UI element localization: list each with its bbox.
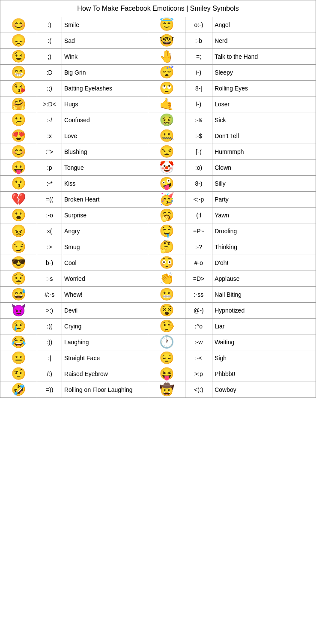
- emoji-icon-right-13: 🤤: [148, 223, 185, 239]
- name-left-9: Tongue: [62, 160, 148, 176]
- emoji-icon-left-12: 😮: [0, 208, 37, 223]
- code-left-2: ;): [37, 49, 62, 65]
- code-left-19: :((: [37, 319, 62, 334]
- code-left-10: :-*: [37, 176, 62, 192]
- table-row: 😕 :-/ Confused 🤢 :-& Sick: [0, 112, 316, 128]
- code-left-17: #:-s: [37, 287, 62, 303]
- emoticons-table: 😊 :) Smile 😇 o:-) Angel 😞 :( Sad 🤓 :-b N…: [0, 17, 316, 398]
- name-right-18: Hypnotized: [212, 303, 316, 319]
- name-right-1: Nerd: [212, 33, 316, 49]
- name-left-2: Wink: [62, 49, 148, 65]
- code-right-21: :-<: [185, 350, 212, 366]
- name-right-7: Don't Tell: [212, 128, 316, 144]
- name-left-17: Whew!: [62, 287, 148, 303]
- name-right-23: Cowboy: [212, 382, 316, 398]
- emoji-icon-right-1: 🤓: [148, 33, 185, 49]
- name-left-0: Smile: [62, 17, 148, 33]
- name-left-8: Blushing: [62, 144, 148, 160]
- code-right-6: :-&: [185, 112, 212, 128]
- table-row: 😮 :-o Surprise 🥱 (:l Yawn: [0, 208, 316, 223]
- name-right-4: Rolling Eyes: [212, 81, 316, 96]
- emoji-icon-right-7: 🤐: [148, 128, 185, 144]
- emoji-icon-left-20: 😂: [0, 334, 37, 350]
- name-left-5: Hugs: [62, 96, 148, 112]
- table-row: 🤗 >:D< Hugs 🤙 l-) Loser: [0, 96, 316, 112]
- name-left-11: Broken Heart: [62, 192, 148, 208]
- table-row: 😟 :-s Worried 👏 =D> Applause: [0, 271, 316, 287]
- name-right-9: Clown: [212, 160, 316, 176]
- emoji-icon-right-19: 🤥: [148, 319, 185, 334]
- emoji-icon-right-18: 😵: [148, 303, 185, 319]
- name-left-16: Worried: [62, 271, 148, 287]
- emoji-icon-right-16: 👏: [148, 271, 185, 287]
- name-left-4: Batting Eyelashes: [62, 81, 148, 96]
- code-left-6: :-/: [37, 112, 62, 128]
- emoji-icon-left-14: 😏: [0, 239, 37, 255]
- name-left-10: Kiss: [62, 176, 148, 192]
- emoji-icon-right-23: 🤠: [148, 382, 185, 398]
- code-right-9: :o): [185, 160, 212, 176]
- emoji-icon-left-2: 😉: [0, 49, 37, 65]
- emoji-icon-right-8: 😒: [148, 144, 185, 160]
- name-right-2: Talk to the Hand: [212, 49, 316, 65]
- code-right-4: 8-|: [185, 81, 212, 96]
- code-left-23: =)): [37, 382, 62, 398]
- table-row: 😏 :> Smug 🤔 :-? Thinking: [0, 239, 316, 255]
- name-left-15: Cool: [62, 255, 148, 271]
- code-left-16: :-s: [37, 271, 62, 287]
- name-right-19: Liar: [212, 319, 316, 334]
- name-left-7: Love: [62, 128, 148, 144]
- emoji-icon-left-23: 🤣: [0, 382, 37, 398]
- emoji-icon-left-8: 😊: [0, 144, 37, 160]
- table-row: 😊 :"> Blushing 😒 [-( Hummmph: [0, 144, 316, 160]
- name-right-22: Phbbbt!: [212, 366, 316, 382]
- code-right-11: <:-p: [185, 192, 212, 208]
- emoji-icon-right-10: 🤪: [148, 176, 185, 192]
- name-left-22: Raised Eyebrow: [62, 366, 148, 382]
- emoji-icon-right-14: 🤔: [148, 239, 185, 255]
- emoji-icon-right-3: 😴: [148, 65, 185, 81]
- name-right-21: Sigh: [212, 350, 316, 366]
- table-row: 😉 ;) Wink 🤚 =; Talk to the Hand: [0, 49, 316, 65]
- code-left-1: :(: [37, 33, 62, 49]
- table-row: 😊 :) Smile 😇 o:-) Angel: [0, 17, 316, 33]
- emoji-icon-right-0: 😇: [148, 17, 185, 33]
- emoji-icon-left-10: 😗: [0, 176, 37, 192]
- table-row: 😞 :( Sad 🤓 :-b Nerd: [0, 33, 316, 49]
- table-row: 😅 #:-s Whew! 😬 :-ss Nail Biting: [0, 287, 316, 303]
- emoji-icon-left-0: 😊: [0, 17, 37, 33]
- code-left-18: >:): [37, 303, 62, 319]
- name-right-0: Angel: [212, 17, 316, 33]
- name-right-15: D'oh!: [212, 255, 316, 271]
- table-row: 😍 :x Love 🤐 :-$ Don't Tell: [0, 128, 316, 144]
- table-row: 😈 >:) Devil 😵 @-) Hypnotized: [0, 303, 316, 319]
- emoji-icon-right-9: 🤡: [148, 160, 185, 176]
- code-left-13: x(: [37, 223, 62, 239]
- emoji-icon-right-11: 🥳: [148, 192, 185, 208]
- code-left-4: ;;): [37, 81, 62, 96]
- name-right-5: Loser: [212, 96, 316, 112]
- code-left-8: :">: [37, 144, 62, 160]
- code-right-22: >:p: [185, 366, 212, 382]
- emoji-icon-left-19: 😢: [0, 319, 37, 334]
- name-left-13: Angry: [62, 223, 148, 239]
- emoji-icon-left-9: 😛: [0, 160, 37, 176]
- emoji-icon-right-12: 🥱: [148, 208, 185, 223]
- table-row: 😎 b-) Cool 😳 #-o D'oh!: [0, 255, 316, 271]
- code-left-9: :p: [37, 160, 62, 176]
- code-left-7: :x: [37, 128, 62, 144]
- code-right-1: :-b: [185, 33, 212, 49]
- page-title: How To Make Facebook Emoticons | Smiley …: [0, 0, 316, 17]
- emoji-icon-right-22: 😝: [148, 366, 185, 382]
- table-row: 😗 :-* Kiss 🤪 8-) Silly: [0, 176, 316, 192]
- code-right-10: 8-): [185, 176, 212, 192]
- table-row: 😢 :(( Crying 🤥 :^o Liar: [0, 319, 316, 334]
- name-right-3: Sleepy: [212, 65, 316, 81]
- code-left-5: >:D<: [37, 96, 62, 112]
- name-right-17: Nail Biting: [212, 287, 316, 303]
- code-right-18: @-): [185, 303, 212, 319]
- name-left-6: Confused: [62, 112, 148, 128]
- name-right-20: Waiting: [212, 334, 316, 350]
- emoji-icon-left-1: 😞: [0, 33, 37, 49]
- code-left-3: :D: [37, 65, 62, 81]
